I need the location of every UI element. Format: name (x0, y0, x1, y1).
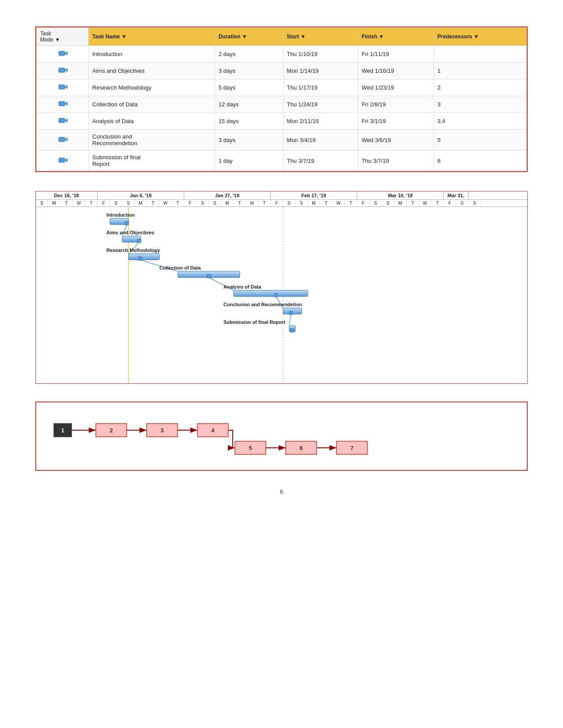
svg-rect-0 (59, 51, 65, 56)
svg-marker-13 (65, 158, 68, 162)
gantt-connector-dot (125, 221, 128, 225)
gantt-task-label: Introduction (106, 212, 135, 218)
gantt-connector-dot (290, 329, 294, 332)
gantt-day-cell: F (444, 200, 456, 206)
gantt-section: Dec 16, '18Jan 6, '19Jan 27, '19Feb 17, … (35, 191, 528, 384)
gantt-day-cell: T (407, 200, 419, 206)
task-duration: 3 days (215, 130, 283, 150)
table-row: Aims and Objectives3 daysMon 1/14/19Wed … (37, 63, 527, 79)
task-finish: Wed 1/23/19 (358, 79, 434, 96)
gantt-task-label: Research Methodology (106, 248, 160, 253)
gantt-body: IntroductionAims and ObjectivesResearch … (36, 207, 527, 383)
task-predecessors: 5 (434, 130, 526, 150)
page-number: 6 (35, 488, 528, 495)
gantt-day-cell: T (147, 200, 159, 206)
gantt-day-cell: S (36, 200, 48, 206)
gantt-period-label: Jan 27, '19 (184, 191, 271, 199)
task-finish: Wed 1/16/19 (358, 63, 434, 79)
gantt-day-cell: T (172, 200, 184, 206)
gantt-day-cell: S (456, 200, 469, 206)
gantt-day-cell: S (209, 200, 221, 206)
task-duration: 12 days (215, 96, 283, 113)
gantt-day-cell: F (184, 200, 196, 206)
task-start: Thu 1/24/19 (283, 96, 358, 113)
task-mode-icon (37, 113, 89, 130)
gantt-day-cell: T (85, 200, 98, 206)
gantt-task-label: Submission of final Report (223, 319, 285, 325)
task-mode-icon (37, 96, 89, 113)
gantt-day-cell: M (221, 200, 234, 206)
network-node-label: 1 (61, 427, 64, 434)
svg-rect-4 (59, 85, 65, 89)
table-section: TaskMode ▼ Task Name ▼ Duration ▼ Start … (35, 26, 528, 172)
table-row: Collection of Data12 daysThu 1/24/19Fri … (37, 96, 527, 113)
gantt-day-cell: S (110, 200, 122, 206)
gantt-period-label: Dec 16, '18 (36, 191, 98, 199)
task-finish: Fri 1/11/19 (358, 46, 434, 63)
gantt-bar (128, 254, 159, 260)
gantt-days: SMTWTFSSMTWTFSSMTWTFSSMTWTFSSMTWTFSS (36, 200, 527, 207)
task-duration: 15 days (215, 113, 283, 130)
gantt-bar (234, 290, 308, 296)
gantt-task-label: Collection of Data (159, 265, 201, 270)
task-mode-icon (37, 130, 89, 150)
svg-marker-9 (65, 119, 68, 122)
svg-rect-8 (59, 118, 65, 123)
network-section: 1234567 (35, 402, 528, 471)
network-diagram: 1234567 (45, 411, 518, 460)
gantt-period-label: Mar 10, '19 (357, 191, 444, 199)
gantt-connector-dot (274, 293, 278, 297)
col-header-duration: Duration ▼ (215, 28, 283, 46)
svg-rect-6 (59, 101, 65, 106)
task-mode-icon (37, 79, 89, 96)
gantt-day-cell: W (246, 200, 258, 206)
network-node-label: 3 (160, 427, 163, 434)
task-start: Mon 3/4/19 (283, 130, 358, 150)
svg-line-21 (289, 314, 291, 326)
task-predecessors (434, 46, 526, 63)
task-predecessors: 6 (434, 150, 526, 171)
network-node-label: 4 (211, 427, 215, 434)
task-predecessors: 2 (434, 79, 526, 96)
gantt-chart: IntroductionAims and ObjectivesResearch … (36, 207, 527, 383)
task-predecessors: 3 (434, 96, 526, 113)
gantt-day-cell: F (357, 200, 370, 206)
task-name: Conclusion andRecommendetion (89, 130, 215, 150)
task-start: Thu 1/17/19 (283, 79, 358, 96)
gantt-day-cell: S (295, 200, 308, 206)
network-node-label: 6 (299, 445, 302, 451)
task-finish: Fri 3/1/19 (358, 113, 434, 130)
gantt-day-cell: S (370, 200, 382, 206)
gantt-day-cell: S (283, 200, 295, 206)
gantt-period-label: Feb 17, '19 (271, 191, 357, 199)
task-finish: Fri 2/8/19 (358, 96, 434, 113)
task-duration: 1 day (215, 150, 283, 171)
gantt-connector-dot (207, 274, 211, 278)
col-header-name: Task Name ▼ (89, 28, 215, 46)
svg-rect-2 (59, 68, 65, 72)
gantt-day-cell: T (60, 200, 73, 206)
svg-rect-12 (59, 158, 65, 162)
gantt-day-cell: W (419, 200, 431, 206)
gantt-day-cell: M (308, 200, 320, 206)
gantt-task-label: Analysis of Data (223, 284, 261, 289)
gantt-day-cell: W (73, 200, 85, 206)
table-row: Research Methodology5 daysThu 1/17/19Wed… (37, 79, 527, 96)
gantt-day-cell: F (98, 200, 110, 206)
table-row: Conclusion andRecommendetion3 daysMon 3/… (37, 130, 527, 150)
task-start: Thu 3/7/19 (283, 150, 358, 171)
gantt-connector-dot (137, 239, 141, 243)
gantt-day-cell: M (394, 200, 407, 206)
task-name: Aims and Objectives (89, 63, 215, 79)
gantt-task-label: Aims and Objectives (106, 230, 154, 235)
task-finish: Thu 3/7/19 (358, 150, 434, 171)
task-name: Introduction (89, 46, 215, 63)
page-num-text: 6 (280, 488, 283, 495)
task-table: TaskMode ▼ Task Name ▼ Duration ▼ Start … (36, 27, 527, 171)
gantt-day-cell: W (333, 200, 345, 206)
col-header-start: Start ▼ (283, 28, 358, 46)
svg-rect-10 (59, 137, 65, 142)
task-mode-icon (37, 150, 89, 171)
gantt-day-cell: T (234, 200, 246, 206)
gantt-day-cell: T (320, 200, 333, 206)
